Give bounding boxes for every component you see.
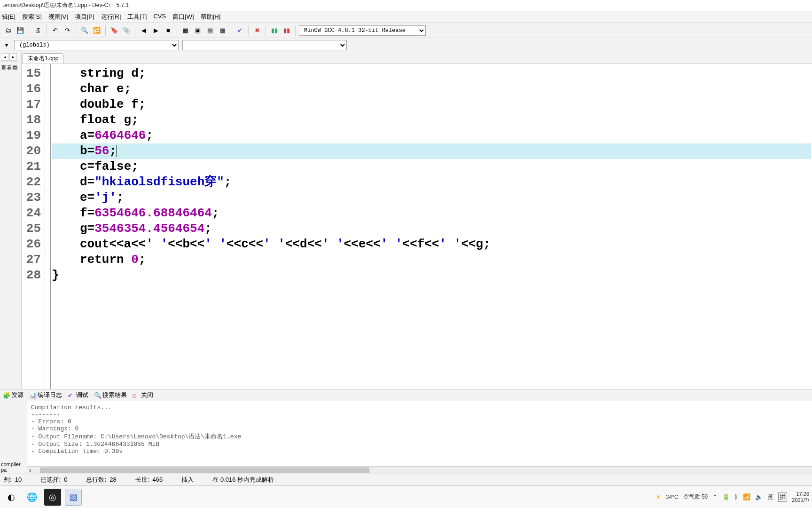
undo-icon[interactable]: ↶	[50, 25, 60, 36]
resource-icon: 🧩	[3, 392, 9, 398]
code-editor[interactable]: 1516171819202122232425262728 string d;ch…	[22, 64, 812, 389]
status-length: 长度: 466	[135, 476, 163, 484]
menu-view[interactable]: 视图[V]	[48, 13, 68, 21]
rebuild-icon[interactable]: ▦	[217, 25, 227, 36]
status-col: 列: 10	[4, 476, 22, 484]
globals-selector[interactable]: (globals)	[14, 40, 179, 50]
debug-profile-icon[interactable]: ▮▮	[281, 25, 292, 36]
goto-icon[interactable]: 📎	[121, 25, 132, 36]
run-icon[interactable]: ▣	[193, 25, 203, 36]
output-scrollbar[interactable]: ‹	[27, 466, 812, 474]
tab-resource[interactable]: 🧩资源	[3, 391, 23, 399]
find-icon[interactable]: 🔍	[79, 25, 90, 36]
statusbar: 列: 10 已选择: 0 总行数: 28 长度: 466 插入 在 0.016 …	[0, 474, 812, 485]
windows-taskbar: ◐ 🌐 ◎ ▧ ☀ 34°C 空气质 59 ⌃ 🔋 ᛒ 📶 🔈 英 拼 17:2…	[0, 485, 812, 508]
profile-icon[interactable]: ▮▮	[269, 25, 280, 36]
menu-run[interactable]: 运行[R]	[101, 13, 121, 21]
compilation-output[interactable]: Compilation results... -------- - Errors…	[27, 401, 812, 466]
file-tab-active[interactable]: 未命名1.cpp	[23, 53, 63, 64]
scope-toolbar: ▾ (globals)	[0, 38, 812, 52]
tab-search-result[interactable]: 🔍搜索结果	[94, 391, 127, 399]
taskbar-obs-icon[interactable]: ◎	[44, 489, 61, 506]
output-side-label: compiler pa	[0, 401, 27, 474]
save-icon[interactable]: 💾	[15, 25, 25, 36]
menu-help[interactable]: 帮助[H]	[201, 13, 221, 21]
nav-left-icon[interactable]: ◂	[1, 53, 8, 61]
compile-icon[interactable]: ▦	[180, 25, 191, 36]
status-parse: 在 0.016 秒内完成解析	[212, 476, 274, 484]
taskbar-devcpp-icon[interactable]: ▧	[65, 489, 82, 506]
new-project-icon[interactable]: 🗂	[3, 25, 13, 36]
tab-debug[interactable]: ✔调试	[68, 391, 88, 399]
titlebar: .enovo\Desktop\语法\未命名1.cpp - Dev-C++ 5.7…	[0, 0, 812, 11]
taskbar-start-icon[interactable]: ◐	[3, 489, 20, 506]
code-body[interactable]: string d;char e;double f;float g;a=64646…	[51, 64, 812, 389]
close-icon: ⦸	[133, 392, 139, 398]
menu-tools[interactable]: 工具[T]	[127, 13, 147, 21]
wifi-icon[interactable]: 📶	[743, 493, 750, 500]
tab-close[interactable]: ⦸关闭	[133, 391, 153, 399]
output-panel: compiler pa Compilation results... -----…	[0, 401, 812, 474]
ime-mode-icon[interactable]: 拼	[778, 492, 787, 502]
print-icon[interactable]: 🖨	[32, 25, 43, 36]
menu-window[interactable]: 窗口[W]	[172, 13, 194, 21]
nav-right-icon[interactable]: ▸	[9, 53, 17, 61]
weather-aqi[interactable]: 空气质 59	[683, 493, 708, 501]
menu-edit[interactable]: 辑[E]	[2, 13, 16, 21]
bluetooth-icon[interactable]: ᛒ	[734, 493, 738, 500]
title-text: .enovo\Desktop\语法\未命名1.cpp - Dev-C++ 5.7…	[3, 2, 129, 8]
status-mode: 插入	[181, 476, 194, 484]
weather-icon[interactable]: ☀	[656, 493, 661, 500]
check-icon: ✔	[68, 392, 74, 398]
check-icon[interactable]: ✔	[234, 25, 245, 36]
collapse-classview-icon[interactable]: ▾	[3, 40, 10, 50]
tab-compile-log[interactable]: 📊编译日志	[29, 391, 62, 399]
file-tab-bar: 未命名1.cpp	[22, 52, 812, 64]
compiler-selector[interactable]: MinGW GCC 4.8.1 32-bit Release	[299, 25, 426, 36]
fold-bar[interactable]	[45, 64, 51, 389]
member-selector[interactable]	[182, 40, 347, 50]
class-view-sidebar: ◂ ▸ 查看类	[0, 52, 22, 389]
redo-icon[interactable]: ↷	[62, 25, 72, 36]
taskbar-edge-icon[interactable]: 🌐	[23, 489, 40, 506]
menu-cvs[interactable]: CVS	[153, 13, 166, 21]
main-toolbar: 🗂 💾 🖨 ↶ ↷ 🔍 🔁 🔖 📎 ◀ ▶ ■ ▦ ▣ ▤ ▦ ✔ ✖ ▮▮ ▮…	[0, 23, 812, 38]
chart-icon: 📊	[29, 392, 36, 398]
menu-project[interactable]: 项目[P]	[75, 13, 94, 21]
volume-icon[interactable]: 🔈	[755, 493, 763, 500]
battery-icon[interactable]: 🔋	[722, 493, 730, 500]
chevron-up-icon[interactable]: ⌃	[712, 493, 718, 500]
class-view-label: 查看类	[0, 62, 21, 74]
status-selected: 已选择: 0	[40, 476, 67, 484]
line-number-gutter: 1516171819202122232425262728	[22, 64, 45, 389]
search-result-icon: 🔍	[94, 392, 101, 398]
back-icon[interactable]: ◀	[139, 25, 149, 36]
system-clock[interactable]: 17:26 2021/7/	[792, 491, 809, 503]
menubar: 辑[E] 搜索[S] 视图[V] 项目[P] 运行[R] 工具[T] CVS 窗…	[0, 11, 812, 23]
menu-search[interactable]: 搜索[S]	[22, 13, 42, 21]
bookmarks-icon[interactable]: 🔖	[109, 25, 119, 36]
stop-icon[interactable]: ■	[163, 25, 173, 36]
bottom-tab-bar: 🧩资源 📊编译日志 ✔调试 🔍搜索结果 ⦸关闭	[0, 389, 812, 401]
scrollbar-thumb[interactable]	[40, 468, 369, 473]
ime-lang-icon[interactable]: 英	[767, 493, 773, 501]
weather-temp[interactable]: 34°C	[666, 494, 679, 500]
compile-run-icon[interactable]: ▤	[205, 25, 215, 36]
status-total-lines: 总行数: 28	[86, 476, 116, 484]
replace-icon[interactable]: 🔁	[92, 25, 102, 36]
forward-icon[interactable]: ▶	[151, 25, 161, 36]
delete-icon[interactable]: ✖	[252, 25, 262, 36]
